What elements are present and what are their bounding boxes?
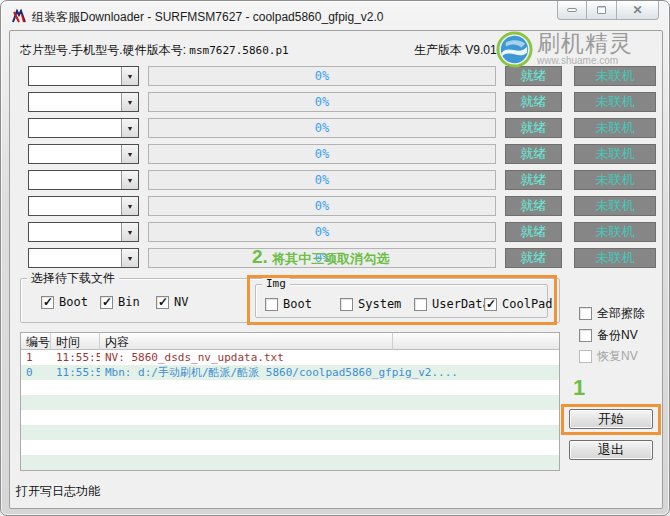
firmware-select[interactable]: ▼ [28,222,139,242]
firmware-select[interactable]: ▼ [28,144,139,164]
firmware-select[interactable]: ▼ [28,170,139,190]
link-status-button[interactable]: 未联机 [574,92,656,112]
window-controls: ✕ [557,1,659,20]
maximize-button[interactable] [587,1,617,20]
log-row-empty [21,440,559,455]
checkbox-img-coolpad[interactable]: CoolPad [484,297,553,311]
checkbox-img-userdata[interactable]: UserData [414,297,490,311]
progress-label: 0% [315,199,329,213]
column-header-content[interactable]: 内容 [100,333,393,350]
chevron-down-icon[interactable]: ▼ [121,197,138,215]
progress-label: 0% [315,147,329,161]
progress-label: 0% [315,173,329,187]
column-header-id[interactable]: 编号 [21,333,51,350]
chevron-down-icon[interactable]: ▼ [121,223,138,241]
annotation-step2: 2. 将其中三项取消勾选 [252,246,389,268]
progress-label: 0% [315,69,329,83]
window-title: 组装客服Downloader - SURFMSM7627 - coolpad58… [32,9,384,26]
group-title: 选择待下载文件 [27,271,119,285]
app-icon [11,9,27,25]
progress-label: 0% [315,95,329,109]
checkbox-img-boot[interactable]: Boot [265,297,312,311]
device-info-value: msm7627.5860.p1 [189,44,288,57]
progress-bar: 0% [148,144,496,164]
link-status-button[interactable]: 未联机 [574,118,656,138]
link-status-button[interactable]: 未联机 [574,196,656,216]
maximize-icon [597,6,606,14]
production-version: 生产版本 V9.01.2 [414,42,507,59]
checkbox-icon [579,307,592,320]
ready-status-button[interactable]: 就绪 [505,92,562,112]
close-button[interactable]: ✕ [617,1,659,20]
firmware-select[interactable]: ▼ [28,118,139,138]
client-area: 芯片型号.手机型号.硬件版本号: msm7627.5860.p1 生产版本 V9… [9,30,663,509]
checkbox-icon [41,296,54,309]
checkbox-icon [414,298,427,311]
ready-status-button[interactable]: 就绪 [505,248,562,268]
checkbox-restore-nv: 恢复NV [579,348,638,365]
ready-status-button[interactable]: 就绪 [505,170,562,190]
shuame-logo-icon [496,31,533,68]
log-row[interactable]: 1 11:55:57 NV: 5860_dsds_nv_updata.txt [21,350,559,365]
firmware-select[interactable]: ▼ [28,196,139,216]
app-window: 组装客服Downloader - SURFMSM7627 - coolpad58… [0,0,670,516]
minimize-button[interactable] [557,1,587,20]
log-row-empty [21,380,559,395]
ready-status-button[interactable]: 就绪 [505,118,562,138]
column-header-time[interactable]: 时间 [51,333,100,350]
ready-status-button[interactable]: 就绪 [505,144,562,164]
progress-label: 0% [315,225,329,239]
checkbox-icon [579,329,592,342]
chevron-down-icon[interactable]: ▼ [121,93,138,111]
device-row: ▼ 0% 就绪 未联机 [10,144,664,164]
checkbox-img-system[interactable]: System [340,297,401,311]
log-row-empty [21,395,559,410]
chevron-down-icon[interactable]: ▼ [121,67,138,85]
chevron-down-icon[interactable]: ▼ [121,145,138,163]
log-table-header: 编号 时间 内容 [21,333,559,350]
progress-bar: 0% [148,118,496,138]
device-row: ▼ 0% 就绪 未联机 [10,170,664,190]
chevron-down-icon[interactable]: ▼ [121,171,138,189]
checkbox-erase-all[interactable]: 全部擦除 [579,305,645,322]
checkbox-nv[interactable]: NV [156,295,188,309]
firmware-select[interactable]: ▼ [28,66,139,86]
progress-bar: 0% [148,66,496,86]
log-row-empty [21,410,559,425]
start-button[interactable]: 开始 [569,409,653,429]
link-status-button[interactable]: 未联机 [574,222,656,242]
device-row: ▼ 0% 就绪 未联机 [10,222,664,242]
progress-bar: 0% [148,196,496,216]
progress-label: 0% [315,121,329,135]
img-group: Img Boot System UserData CoolPad [255,284,548,318]
ready-status-button[interactable]: 就绪 [505,196,562,216]
checkbox-icon [156,296,169,309]
link-status-button[interactable]: 未联机 [574,248,656,268]
device-info: 芯片型号.手机型号.硬件版本号: msm7627.5860.p1 [20,42,289,59]
ready-status-button[interactable]: 就绪 [505,222,562,242]
checkbox-backup-nv[interactable]: 备份NV [579,327,638,344]
minimize-icon [567,8,577,12]
checkbox-bin[interactable]: Bin [100,295,140,309]
log-row-empty [21,455,559,470]
link-status-button[interactable]: 未联机 [574,170,656,190]
log-row[interactable]: 0 11:55:57 Mbn: d:/手动刷机/酷派/酷派 5860/coolp… [21,365,559,380]
checkbox-icon [579,350,592,363]
firmware-select[interactable]: ▼ [28,248,139,268]
title-bar[interactable]: 组装客服Downloader - SURFMSM7627 - coolpad58… [11,6,549,28]
group-title: Img [262,277,290,291]
device-info-label: 芯片型号.手机型号.硬件版本号: [20,43,186,57]
status-bar-text: 打开写日志功能 [16,483,100,500]
device-row: ▼ 0% 就绪 未联机 [10,118,664,138]
progress-bar: 0% [148,222,496,242]
exit-button[interactable]: 退出 [569,440,653,460]
shuame-logo: 刷机精灵 www.shuame.com [496,28,664,70]
chevron-down-icon[interactable]: ▼ [121,119,138,137]
checkbox-boot[interactable]: Boot [41,295,88,309]
firmware-select[interactable]: ▼ [28,92,139,112]
chevron-down-icon[interactable]: ▼ [121,249,138,267]
checkbox-icon [265,298,278,311]
device-row: ▼ 0% 就绪 未联机 [10,92,664,112]
checkbox-icon [340,298,353,311]
link-status-button[interactable]: 未联机 [574,144,656,164]
